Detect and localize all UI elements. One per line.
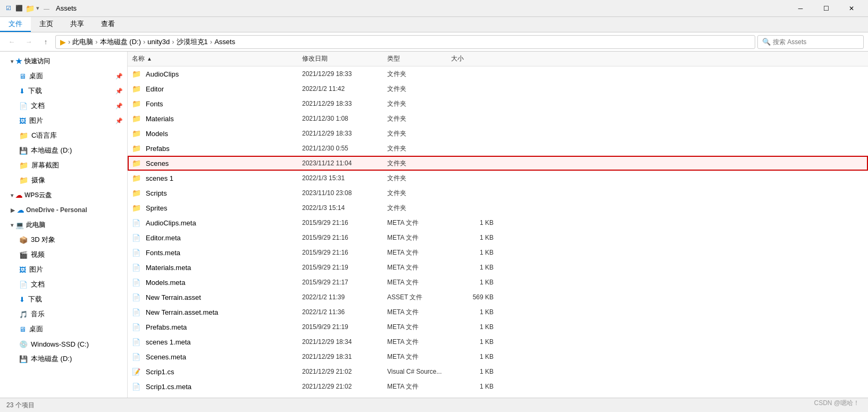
file-icon: 📄 <box>132 219 140 227</box>
sidebar-item-documents[interactable]: 📄 文档 <box>0 277 127 292</box>
sidebar-item-images[interactable]: 🖼 图片 <box>0 262 127 277</box>
od-label: OneDrive - Personal <box>26 206 87 214</box>
back-button[interactable]: ← <box>4 35 19 49</box>
window-title: Assets <box>56 4 77 12</box>
table-row[interactable]: 📁 AudioClips 2021/12/29 18:33 文件夹 <box>128 66 868 81</box>
file-type: 文件夹 <box>387 129 451 138</box>
table-row[interactable]: 📄 scenes 1.meta 2021/12/29 18:34 META 文件… <box>128 334 868 349</box>
tab-home[interactable]: 主页 <box>31 17 62 32</box>
col-header-type[interactable]: 类型 <box>387 54 451 63</box>
sidebar-item-desktop[interactable]: 🖥 桌面 📌 <box>0 69 127 83</box>
table-row[interactable]: 📄 Materials.meta 2015/9/29 21:19 META 文件… <box>128 260 868 275</box>
file-name: Fonts <box>146 100 302 108</box>
table-row[interactable]: 📄 Prefabs.meta 2015/9/29 21:19 META 文件 1… <box>128 319 868 334</box>
sidebar-item-music[interactable]: 🎵 音乐 <box>0 307 127 322</box>
path-unity3d[interactable]: unity3d <box>147 38 170 46</box>
sidebar-quick-access[interactable]: ▾ ★ 快速访问 <box>0 54 127 69</box>
forward-button[interactable]: → <box>21 35 36 49</box>
d-drive-icon: 💾 <box>19 355 28 363</box>
file-size: 1 KB <box>451 368 494 375</box>
sidebar-item-camera[interactable]: 📁 摄像 <box>0 173 127 188</box>
pc-label: 此电脑 <box>26 221 45 230</box>
file-date: 2021/12/30 1:08 <box>302 115 387 122</box>
file-size: 1 KB <box>451 323 494 331</box>
path-thispc[interactable]: 此电脑 <box>72 37 93 47</box>
sidebar-item-locald[interactable]: 💾 本地磁盘 (D:) <box>0 143 127 158</box>
folder-icon: 📁 <box>132 189 141 197</box>
tab-share[interactable]: 共享 <box>62 17 93 32</box>
table-row[interactable]: 📄 New Terrain.asset.meta 2022/1/2 11:36 … <box>128 305 868 319</box>
file-type: 文件夹 <box>387 159 451 168</box>
table-row[interactable]: 📁 Editor 2022/1/2 11:42 文件夹 <box>128 81 868 96</box>
file-date: 2022/1/2 11:42 <box>302 85 387 93</box>
file-date: 2021/12/29 21:02 <box>302 368 387 375</box>
table-row[interactable]: 📁 Fonts 2021/12/29 18:33 文件夹 <box>128 96 868 111</box>
folder-c-icon: 📁 <box>19 131 28 140</box>
close-button[interactable]: ✕ <box>839 0 864 17</box>
sidebar-item-3d[interactable]: 📦 3D 对象 <box>0 232 127 247</box>
sort-icon: ▲ <box>147 56 152 62</box>
table-row[interactable]: 📝 Scrip1.cs 2021/12/29 21:02 Visual C# S… <box>128 364 868 379</box>
table-row[interactable]: 📁 Scripts 2023/11/10 23:08 文件夹 <box>128 186 868 200</box>
sidebar-item-c-drive[interactable]: 💿 Windows-SSD (C:) <box>0 337 127 351</box>
sidebar-label-documents: 文档 <box>31 280 45 289</box>
file-date: 2015/9/29 21:19 <box>302 323 387 331</box>
col-header-size[interactable]: 大小 <box>451 54 494 63</box>
sidebar-item-docs[interactable]: 📄 文档 📌 <box>0 98 127 113</box>
separator: — <box>44 5 49 12</box>
sidebar-item-downloads[interactable]: ⬇ 下载 <box>0 292 127 307</box>
folder-icon: 📁 <box>132 174 141 182</box>
sidebar-item-download[interactable]: ⬇ 下载 📌 <box>0 83 127 98</box>
table-row[interactable]: 📄 New Terrain.asset 2022/1/2 11:39 ASSET… <box>128 290 868 305</box>
chevron-od: ▶ <box>11 207 15 213</box>
table-row[interactable]: 📄 Editor.meta 2015/9/29 21:16 META 文件 1 … <box>128 230 868 245</box>
tab-file[interactable]: 文件 <box>0 17 31 32</box>
sidebar-thispc[interactable]: ▾ 💻 此电脑 <box>0 217 127 232</box>
file-type: META 文件 <box>387 233 451 242</box>
main-layout: ▾ ★ 快速访问 🖥 桌面 📌 ⬇ 下载 📌 📄 文档 📌 🖼 图片 📌 📁 C… <box>0 52 868 398</box>
file-name: Prefabs.meta <box>146 323 302 331</box>
sidebar-item-d-drive[interactable]: 💾 本地磁盘 (D:) <box>0 351 127 366</box>
sidebar-item-clib[interactable]: 📁 C语言库 <box>0 128 127 143</box>
file-type: 文件夹 <box>387 189 451 198</box>
table-row[interactable]: 📁 Scenes 2023/11/12 11:04 文件夹 <box>128 156 868 171</box>
table-row[interactable]: 📄 AudioClips.meta 2015/9/29 21:16 META 文… <box>128 215 868 230</box>
folder-icon: 📁 <box>132 85 141 93</box>
sidebar-item-screenshot[interactable]: 📁 屏幕截图 <box>0 158 127 173</box>
table-row[interactable]: 📁 Materials 2021/12/30 1:08 文件夹 <box>128 111 868 126</box>
sidebar-item-desktop2[interactable]: 🖥 桌面 <box>0 322 127 337</box>
sidebar-item-pictures[interactable]: 🖼 图片 📌 <box>0 113 127 128</box>
tab-view[interactable]: 查看 <box>93 17 123 32</box>
maximize-button[interactable]: ☐ <box>814 0 838 17</box>
folder-icon: 📁 <box>132 70 141 78</box>
table-row[interactable]: 📁 Prefabs 2021/12/30 0:55 文件夹 <box>128 141 868 156</box>
table-row[interactable]: 📁 Sprites 2022/1/3 15:14 文件夹 <box>128 200 868 215</box>
file-icon: 📄 <box>132 234 140 242</box>
sidebar-onedrive[interactable]: ▶ ☁ OneDrive - Personal <box>0 203 127 217</box>
path-d[interactable]: 本地磁盘 (D:) <box>100 37 141 47</box>
table-row[interactable]: 📁 Models 2021/12/29 18:33 文件夹 <box>128 126 868 141</box>
col-header-name[interactable]: 名称 ▲ <box>132 54 302 63</box>
address-path[interactable]: ▶ › 此电脑 › 本地磁盘 (D:) › unity3d › 沙漠坦克1 › … <box>55 35 755 49</box>
table-row[interactable]: 📄 Scripts.meta 2021/12/29 18:54 META 文件 … <box>128 394 868 398</box>
file-date: 2021/12/29 21:02 <box>302 383 387 390</box>
table-row[interactable]: 📄 Scrip1.cs.meta 2021/12/29 21:02 META 文… <box>128 379 868 394</box>
checkbox-icon: ☑ <box>4 4 13 13</box>
table-row[interactable]: 📄 Scenes.meta 2021/12/29 18:31 META 文件 1… <box>128 349 868 364</box>
sidebar-wps[interactable]: ▾ ☁ WPS云盘 <box>0 188 127 203</box>
minimize-button[interactable]: ─ <box>788 0 813 17</box>
table-row[interactable]: 📄 Models.meta 2015/9/29 21:17 META 文件 1 … <box>128 275 868 290</box>
search-box[interactable]: 🔍 <box>757 35 864 49</box>
table-row[interactable]: 📄 Fonts.meta 2015/9/29 21:16 META 文件 1 K… <box>128 245 868 260</box>
up-button[interactable]: ↑ <box>38 35 53 49</box>
table-row[interactable]: 📁 scenes 1 2022/1/3 15:31 文件夹 <box>128 171 868 186</box>
file-name: Models.meta <box>146 279 302 287</box>
folder-icon: 📁 <box>132 99 141 108</box>
col-header-date[interactable]: 修改日期 <box>302 54 387 63</box>
search-input[interactable] <box>773 38 859 46</box>
path-project[interactable]: 沙漠坦克1 <box>177 37 208 47</box>
sidebar-item-video[interactable]: 🎬 视频 <box>0 247 127 262</box>
path-assets[interactable]: Assets <box>214 38 235 46</box>
search-icon: 🔍 <box>762 38 771 46</box>
file-type: META 文件 <box>387 278 451 287</box>
